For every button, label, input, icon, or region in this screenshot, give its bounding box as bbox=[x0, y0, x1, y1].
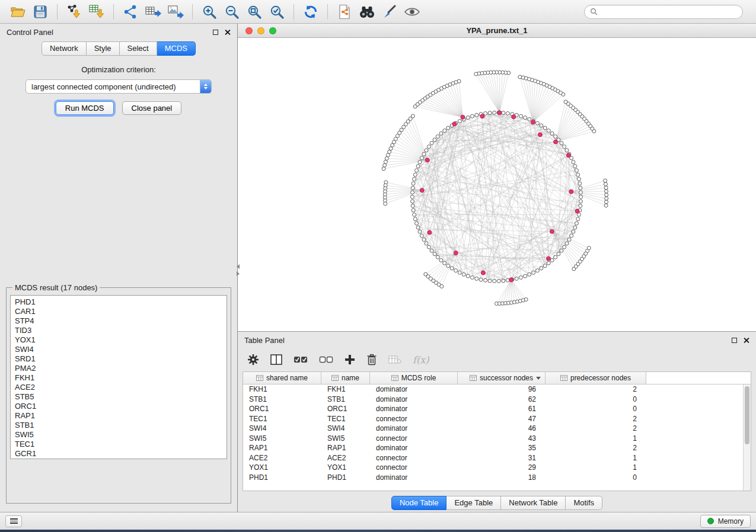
refresh-button[interactable] bbox=[300, 2, 321, 21]
import-table-button[interactable] bbox=[86, 2, 107, 21]
panel-splitter[interactable] bbox=[235, 264, 241, 277]
show-hide-button[interactable] bbox=[401, 2, 423, 21]
window-close-button[interactable] bbox=[245, 27, 253, 34]
mcds-result-item[interactable]: CAR1 bbox=[15, 307, 227, 316]
mcds-result-item[interactable]: RAP1 bbox=[15, 411, 227, 421]
zoom-selected-button[interactable] bbox=[266, 2, 288, 21]
sort-descending-icon[interactable] bbox=[536, 377, 541, 380]
zoom-fit-button[interactable] bbox=[244, 2, 265, 21]
mcds-result-list[interactable]: PHD1CAR1STP4TID3YOX1SWI4SRD1PMA2FKH1ACE2… bbox=[10, 295, 227, 459]
add-column-button[interactable] bbox=[344, 354, 355, 365]
search-box[interactable] bbox=[584, 5, 743, 19]
zoom-out-button[interactable] bbox=[221, 2, 243, 21]
status-menu-button[interactable] bbox=[5, 515, 22, 527]
float-panel-icon[interactable] bbox=[213, 30, 218, 35]
column-header-name[interactable]: name bbox=[321, 372, 370, 384]
function-builder-button[interactable]: f(x) bbox=[413, 354, 429, 366]
table-cell: 2 bbox=[546, 443, 646, 453]
mcds-result-item[interactable]: TEC1 bbox=[15, 440, 227, 449]
tab-select[interactable]: Select bbox=[120, 41, 157, 56]
table-cell: 47 bbox=[458, 414, 546, 424]
float-table-panel-icon[interactable] bbox=[732, 338, 737, 343]
network-graph[interactable] bbox=[238, 38, 756, 332]
table-cell: 2 bbox=[546, 384, 646, 395]
table-row[interactable]: FKH1FKH1dominator962 bbox=[243, 384, 743, 395]
column-label: MCDS role bbox=[401, 374, 436, 382]
mcds-result-item[interactable]: PMA2 bbox=[15, 364, 227, 373]
tab-node-table[interactable]: Node Table bbox=[391, 496, 447, 510]
mcds-result-item[interactable]: ORC1 bbox=[15, 402, 227, 411]
table-row[interactable]: ORC1ORC1dominator610 bbox=[243, 404, 743, 414]
control-panel-title: Control Panel bbox=[7, 28, 53, 37]
network-canvas[interactable] bbox=[238, 38, 756, 331]
table-cell: dominator bbox=[370, 473, 458, 483]
tab-edge-table[interactable]: Edge Table bbox=[446, 496, 501, 510]
node-table-body[interactable]: FKH1FKH1dominator962STB1STB1dominator620… bbox=[243, 384, 743, 491]
column-header-predecessor-nodes[interactable]: predecessor nodes bbox=[546, 372, 646, 384]
table-cell-filler bbox=[646, 453, 743, 463]
close-panel-icon[interactable] bbox=[224, 29, 231, 36]
mcds-result-item[interactable]: TID3 bbox=[15, 326, 227, 335]
table-row[interactable]: TEC1TEC1connector472 bbox=[243, 414, 743, 424]
export-table-button[interactable] bbox=[142, 2, 164, 21]
mcds-result-item[interactable]: STB5 bbox=[15, 392, 227, 402]
style-wand-button[interactable] bbox=[379, 2, 400, 21]
memory-button[interactable]: Memory bbox=[700, 515, 751, 528]
window-minimize-button[interactable] bbox=[257, 27, 264, 34]
run-mcds-button[interactable]: Run MCDS bbox=[56, 101, 114, 115]
scrollbar-thumb[interactable] bbox=[745, 386, 749, 444]
table-row[interactable]: SWI5SWI5connector431 bbox=[243, 434, 743, 444]
search-input[interactable] bbox=[601, 8, 737, 16]
find-button[interactable] bbox=[356, 2, 378, 21]
table-panel: Table Panel bbox=[238, 332, 756, 512]
open-file-button[interactable] bbox=[7, 2, 28, 21]
network-window-titlebar[interactable]: YPA_prune.txt_1 bbox=[238, 24, 756, 38]
columns-icon bbox=[270, 354, 282, 365]
zoom-in-button[interactable] bbox=[199, 2, 220, 21]
delete-table-button[interactable] bbox=[388, 355, 401, 364]
mcds-result-item[interactable]: SRD1 bbox=[15, 354, 227, 364]
tab-style[interactable]: Style bbox=[87, 41, 120, 56]
tab-mcds[interactable]: MCDS bbox=[157, 41, 196, 56]
collapse-right-icon[interactable] bbox=[237, 271, 240, 276]
mcds-result-item[interactable]: STB1 bbox=[15, 421, 227, 430]
main-toolbar bbox=[0, 0, 756, 24]
select-all-button[interactable] bbox=[294, 354, 308, 365]
window-zoom-button[interactable] bbox=[269, 27, 276, 34]
tab-network-table[interactable]: Network Table bbox=[501, 496, 566, 510]
import-network-button[interactable] bbox=[63, 2, 85, 21]
optimization-criterion-select[interactable]: largest connected component (undirected) bbox=[25, 79, 212, 94]
column-header-mcds-role[interactable]: MCDS role bbox=[370, 372, 458, 384]
table-row[interactable]: ACE2ACE2connector311 bbox=[243, 453, 743, 463]
document-share-button[interactable] bbox=[334, 2, 355, 21]
mcds-result-item[interactable]: ACE2 bbox=[15, 383, 227, 392]
column-header-successor-nodes[interactable]: successor nodes bbox=[458, 372, 546, 384]
table-row[interactable]: STB1STB1dominator620 bbox=[243, 395, 743, 405]
mcds-result-item[interactable]: SWI4 bbox=[15, 345, 227, 354]
mcds-result-item[interactable]: GCR1 bbox=[15, 449, 227, 459]
mcds-result-item[interactable]: SWI5 bbox=[15, 430, 227, 440]
table-row[interactable]: PHD1PHD1dominator180 bbox=[243, 473, 743, 483]
collapse-left-icon[interactable] bbox=[237, 264, 240, 269]
table-row[interactable]: YOX1YOX1connector291 bbox=[243, 463, 743, 473]
table-cell: RAP1 bbox=[321, 443, 370, 453]
close-table-panel-icon[interactable] bbox=[743, 337, 749, 344]
tab-motifs[interactable]: Motifs bbox=[566, 496, 602, 510]
table-settings-button[interactable] bbox=[247, 354, 259, 366]
table-row[interactable]: RAP1RAP1dominator352 bbox=[243, 443, 743, 453]
tab-network[interactable]: Network bbox=[42, 41, 87, 56]
show-columns-button[interactable] bbox=[270, 354, 282, 365]
export-network-button[interactable] bbox=[120, 2, 141, 21]
delete-column-button[interactable] bbox=[366, 354, 377, 366]
export-image-button[interactable] bbox=[165, 2, 186, 21]
table-scrollbar[interactable] bbox=[743, 384, 751, 491]
column-header-shared-name[interactable]: shared name bbox=[243, 372, 321, 384]
mcds-result-item[interactable]: STP4 bbox=[15, 316, 227, 326]
save-button[interactable] bbox=[30, 2, 51, 21]
mcds-result-item[interactable]: FKH1 bbox=[15, 373, 227, 383]
close-panel-button[interactable]: Close panel bbox=[122, 101, 182, 115]
mcds-result-item[interactable]: PHD1 bbox=[15, 297, 227, 307]
deselect-all-button[interactable] bbox=[319, 354, 333, 365]
mcds-result-item[interactable]: YOX1 bbox=[15, 335, 227, 345]
table-row[interactable]: SWI4SWI4dominator462 bbox=[243, 424, 743, 434]
